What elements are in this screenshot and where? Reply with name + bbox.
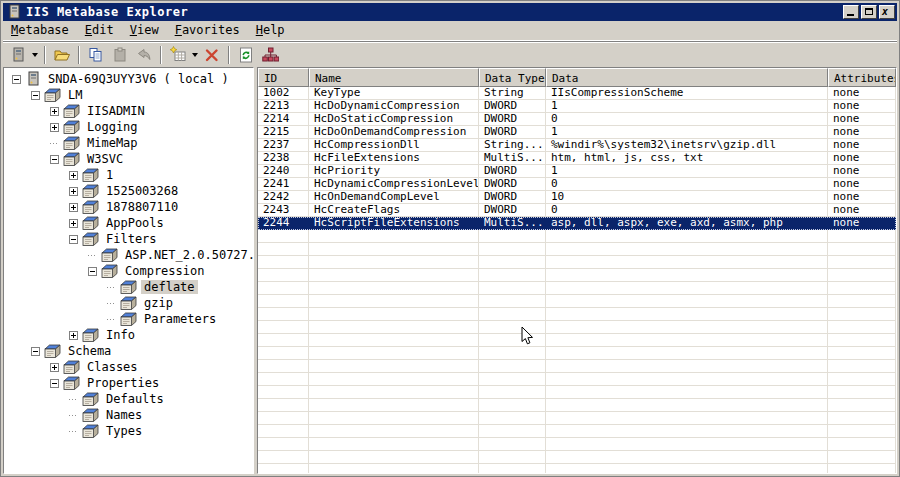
column-header-id[interactable]: ID (258, 68, 309, 87)
tree-item-label[interactable]: gzip (141, 296, 176, 310)
expand-icon[interactable] (50, 363, 59, 372)
tree-item-deflate[interactable]: deflate (4, 279, 253, 295)
delete-button[interactable] (200, 44, 224, 66)
tree-item-parameters[interactable]: Parameters (4, 311, 253, 327)
column-header-attributes[interactable]: Attributes (828, 68, 896, 87)
tree-item-defaults[interactable]: Defaults (4, 391, 253, 407)
expand-icon[interactable] (50, 123, 59, 132)
tree-item-1525003268[interactable]: 1525003268 (4, 183, 253, 199)
menu-favorites[interactable]: Favorites (167, 22, 248, 39)
menu-view[interactable]: View (122, 22, 167, 39)
tree-item-schema[interactable]: Schema (4, 343, 253, 359)
collapse-icon[interactable] (12, 75, 21, 84)
tree-item-1878807110[interactable]: 1878807110 (4, 199, 253, 215)
tree-item-names[interactable]: Names (4, 407, 253, 423)
close-button[interactable]: x (879, 5, 895, 19)
collapse-icon[interactable] (50, 379, 59, 388)
tree-item-asp-net-2-0-50727-0[interactable]: ASP.NET_2.0.50727.0 (4, 247, 253, 263)
expand-icon[interactable] (69, 187, 78, 196)
refresh-button[interactable] (234, 44, 258, 66)
menu-help[interactable]: Help (248, 22, 293, 39)
tree-item-label[interactable]: SNDA-69Q3UYY3V6 ( local ) (45, 72, 232, 86)
expand-icon[interactable] (69, 203, 78, 212)
new-key-button[interactable] (166, 44, 190, 66)
undo-button[interactable] (132, 44, 156, 66)
tree-item-compression[interactable]: Compression (4, 263, 253, 279)
collapse-icon[interactable] (69, 235, 78, 244)
tree-item-info[interactable]: Info (4, 327, 253, 343)
tree-item-label[interactable]: Parameters (141, 312, 219, 326)
minimize-button[interactable] (843, 5, 859, 19)
tree-item-filters[interactable]: Filters (4, 231, 253, 247)
tree-item-label[interactable]: deflate (141, 280, 198, 294)
tree-item-lm[interactable]: LM (4, 87, 253, 103)
tree-item-1[interactable]: 1 (4, 167, 253, 183)
menu-metabase[interactable]: Metabase (3, 22, 77, 39)
tree-item-label[interactable]: Schema (65, 344, 114, 358)
column-header-data-type[interactable]: Data Type (479, 68, 546, 87)
collapse-icon[interactable] (50, 155, 59, 164)
tree-item-mimemap[interactable]: MimeMap (4, 135, 253, 151)
tree-item-label[interactable]: IISADMIN (84, 104, 148, 118)
tree-item-label[interactable]: AppPools (103, 216, 167, 230)
tree-item-label[interactable]: Types (103, 424, 145, 438)
property-row-2242[interactable]: 2242HcOnDemandCompLevelDWORD10none (258, 191, 896, 204)
tree-item-label[interactable]: 1 (103, 168, 116, 182)
menu-edit[interactable]: Edit (77, 22, 122, 39)
copy-button[interactable] (84, 44, 108, 66)
tree-item-label[interactable]: Properties (84, 376, 162, 390)
paste-button[interactable] (108, 44, 132, 66)
tree-item-label[interactable]: ASP.NET_2.0.50727.0 (122, 248, 254, 262)
connect-dropdown-icon[interactable] (32, 53, 38, 57)
tree-item-label[interactable]: Names (103, 408, 145, 422)
tree-item-types[interactable]: Types (4, 423, 253, 439)
expand-icon[interactable] (69, 331, 78, 340)
expand-icon[interactable] (69, 171, 78, 180)
tree-item-snda-69q3uyy3v6-local-[interactable]: SNDA-69Q3UYY3V6 ( local ) (4, 71, 253, 87)
maximize-button[interactable] (861, 5, 877, 19)
property-row-2243[interactable]: 2243HcCreateFlagsDWORD0none (258, 204, 896, 217)
property-row-2241[interactable]: 2241HcDynamicCompressionLevelDWORD0none (258, 178, 896, 191)
connect-server-button[interactable] (6, 44, 30, 66)
property-row-2244[interactable]: 2244HcScriptFileExtensionsMultiS...asp, … (258, 217, 896, 230)
tree-item-logging[interactable]: Logging (4, 119, 253, 135)
view-hierarchy-button[interactable] (258, 44, 282, 66)
tree-item-properties[interactable]: Properties (4, 375, 253, 391)
tree-item-label[interactable]: W3SVC (84, 152, 126, 166)
collapse-icon[interactable] (31, 347, 40, 356)
tree-item-label[interactable]: MimeMap (84, 136, 141, 150)
tree-item-label[interactable]: Filters (103, 232, 160, 246)
expand-icon[interactable] (69, 219, 78, 228)
property-row-2240[interactable]: 2240HcPriorityDWORD1none (258, 165, 896, 178)
tree-item-label[interactable]: Info (103, 328, 138, 342)
open-folder-button[interactable] (50, 44, 74, 66)
column-header-data[interactable]: Data (546, 68, 828, 87)
tree-item-label[interactable]: 1525003268 (103, 184, 181, 198)
empty-cell (258, 347, 309, 360)
window-title: IIS Metabase Explorer (26, 3, 841, 21)
new-key-dropdown-icon[interactable] (192, 53, 198, 57)
empty-cell (546, 386, 828, 399)
collapse-icon[interactable] (88, 267, 97, 276)
property-row-2214[interactable]: 2214HcDoStaticCompressionDWORD0none (258, 113, 896, 126)
tree-item-label[interactable]: Classes (84, 360, 141, 374)
collapse-icon[interactable] (31, 91, 40, 100)
empty-cell (479, 230, 546, 243)
expand-icon[interactable] (50, 107, 59, 116)
property-row-2238[interactable]: 2238HcFileExtensionsMultiS...htm, html, … (258, 152, 896, 165)
property-row-2215[interactable]: 2215HcDoOnDemandCompressionDWORD1none (258, 126, 896, 139)
property-row-2237[interactable]: 2237HcCompressionDllString...%windir%\sy… (258, 139, 896, 152)
tree-item-label[interactable]: LM (65, 88, 85, 102)
tree-item-label[interactable]: Compression (122, 264, 207, 278)
property-row-2213[interactable]: 2213HcDoDynamicCompressionDWORD1none (258, 100, 896, 113)
tree-item-label[interactable]: 1878807110 (103, 200, 181, 214)
tree-item-gzip[interactable]: gzip (4, 295, 253, 311)
property-row-1002[interactable]: 1002KeyTypeStringIIsCompressionSchemenon… (258, 87, 896, 100)
tree-item-apppools[interactable]: AppPools (4, 215, 253, 231)
tree-item-iisadmin[interactable]: IISADMIN (4, 103, 253, 119)
tree-item-label[interactable]: Defaults (103, 392, 167, 406)
tree-item-classes[interactable]: Classes (4, 359, 253, 375)
tree-item-w3svc[interactable]: W3SVC (4, 151, 253, 167)
tree-item-label[interactable]: Logging (84, 120, 141, 134)
column-header-name[interactable]: Name (309, 68, 479, 87)
